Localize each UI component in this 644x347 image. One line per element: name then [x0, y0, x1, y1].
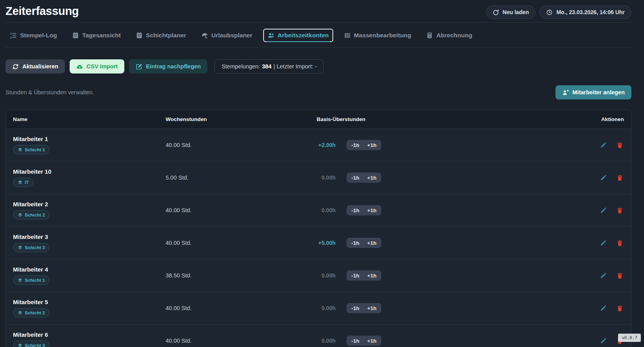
topbar: Zeiterfassung Neu laden Mo., 23.03.2026,… [6, 0, 631, 19]
table-row: Mitarbeiter 5 Schicht 2 40.00 Std. 0.00h… [6, 292, 631, 325]
edit-employee-button[interactable] [599, 337, 607, 345]
overtime-stepper: -1h +1h [347, 140, 381, 150]
plus-1h-button[interactable]: +1h [363, 238, 380, 248]
base-overtime-value: +2.00h [317, 142, 342, 148]
layers-icon [18, 180, 22, 185]
tab-label: Stempel-Log [20, 32, 57, 39]
weekly-hours-value: 40.00 Std. [166, 207, 317, 213]
minus-1h-button[interactable]: -1h [347, 173, 363, 183]
add-entry-button[interactable]: Eintrag nachpflegen [129, 59, 207, 73]
minus-1h-button[interactable]: -1h [347, 270, 363, 281]
overtime-stepper-cell: -1h +1h [342, 140, 397, 150]
status-prefix: Stempelungen: [221, 63, 260, 70]
delete-employee-button[interactable] [616, 141, 624, 149]
plus-1h-button[interactable]: +1h [363, 303, 380, 313]
status-suffix: | Letzter Import: - [273, 63, 317, 70]
employee-cell: Mitarbeiter 5 Schicht 2 [13, 299, 166, 318]
tab-item[interactable]: Tagesansicht [68, 29, 125, 42]
overtime-stepper: -1h +1h [347, 336, 381, 346]
edit-employee-button[interactable] [599, 206, 607, 215]
create-employee-button[interactable]: Mitarbeiter anlegen [555, 85, 631, 99]
refresh-button[interactable]: Aktualisieren [6, 59, 65, 73]
minus-1h-button[interactable]: -1h [347, 238, 363, 248]
tab-item[interactable]: Arbeitszeitkonten [263, 29, 333, 42]
shift-badge-label: IT [25, 180, 29, 185]
csv-import-button[interactable]: CSV Import [70, 59, 124, 73]
plus-1h-button[interactable]: +1h [363, 270, 380, 281]
plus-1h-button[interactable]: +1h [363, 140, 380, 150]
delete-employee-button[interactable] [616, 239, 624, 247]
stamp-count: 384 [262, 63, 271, 70]
csv-import-label: CSV Import [87, 63, 118, 70]
plus-1h-button[interactable]: +1h [363, 205, 380, 215]
employee-name: Mitarbeiter 3 [13, 233, 166, 240]
base-overtime-value: +5.00h [317, 240, 342, 246]
employee-cell: Mitarbeiter 1 Schicht 1 [13, 136, 166, 154]
overtime-stepper: -1h +1h [347, 173, 381, 183]
page-title: Zeiterfassung [6, 5, 79, 18]
minus-1h-button[interactable]: -1h [347, 336, 363, 346]
weekly-hours-value: 5.00 Std. [166, 174, 317, 181]
tab-icon [72, 32, 79, 39]
layers-icon [18, 245, 22, 250]
shift-badge: Schicht 3 [13, 341, 50, 347]
overtime-stepper: -1h +1h [347, 303, 381, 313]
shift-badge-label: Schicht 3 [25, 245, 45, 250]
subheader: Stunden & Überstunden verwalten. Mitarbe… [6, 85, 631, 99]
minus-1h-button[interactable]: -1h [347, 205, 363, 215]
employee-cell: Mitarbeiter 6 Schicht 3 [13, 331, 166, 347]
refresh-arrows-icon [12, 63, 19, 70]
tab-label: Schichtplaner [146, 32, 186, 39]
employee-name: Mitarbeiter 1 [13, 136, 166, 142]
edit-employee-button[interactable] [599, 304, 607, 312]
tab-icon [201, 32, 208, 39]
shift-badge: Schicht 3 [13, 243, 50, 252]
edit-employee-button[interactable] [599, 141, 607, 149]
edit-employee-button[interactable] [599, 174, 607, 182]
shift-badge-label: Schicht 1 [25, 147, 45, 152]
tab-icon: 12 [10, 32, 17, 39]
refresh-label: Aktualisieren [22, 63, 58, 70]
table-row: Mitarbeiter 2 Schicht 2 40.00 Std. 0.00h… [6, 194, 631, 227]
tab-label: Tagesansicht [82, 32, 121, 39]
minus-1h-button[interactable]: -1h [347, 303, 363, 313]
tab-item[interactable]: Abrechnung [422, 29, 476, 42]
edit-employee-button[interactable] [599, 239, 607, 247]
column-header-base-overtime: Basis-Überstunden [317, 116, 397, 122]
shift-badge: Schicht 1 [13, 275, 50, 285]
overtime-stepper-cell: -1h +1h [342, 336, 397, 346]
layers-icon [18, 310, 22, 315]
delete-employee-button[interactable] [616, 304, 624, 312]
weekly-hours-value: 40.00 Std. [166, 305, 317, 311]
employee-name: Mitarbeiter 6 [13, 331, 166, 338]
tab-item[interactable]: Schichtplaner [131, 29, 191, 42]
overtime-stepper: -1h +1h [347, 238, 381, 248]
weekly-hours-value: 40.00 Std. [166, 240, 317, 246]
tab-item[interactable]: Urlaubsplaner [197, 29, 256, 42]
trash-icon [616, 142, 623, 149]
datetime-display: Mo., 23.03.2026, 14:06 Uhr [539, 6, 631, 19]
page: Zeiterfassung Neu laden Mo., 23.03.2026,… [0, 0, 644, 347]
tab-item[interactable]: Massenbearbeitung [340, 29, 416, 42]
layers-icon [18, 213, 22, 217]
reload-button[interactable]: Neu laden [486, 6, 536, 19]
trash-icon [616, 174, 623, 181]
pencil-icon [600, 207, 607, 214]
overtime-stepper-cell: -1h +1h [342, 205, 397, 215]
table-header: Name Wochenstunden Basis-Überstunden Akt… [6, 110, 631, 129]
column-header-actions: Aktionen [586, 116, 624, 122]
table-row: Mitarbeiter 6 Schicht 3 40.00 Std. 0.00h… [6, 325, 631, 347]
stamp-status-display: Stempelungen: 384 | Letzter Import: - [214, 59, 324, 73]
delete-employee-button[interactable] [616, 206, 624, 215]
delete-employee-button[interactable] [616, 174, 624, 182]
delete-employee-button[interactable] [616, 272, 624, 280]
edit-employee-button[interactable] [599, 272, 607, 280]
plus-1h-button[interactable]: +1h [363, 173, 380, 183]
row-actions [586, 141, 624, 149]
pencil-icon [600, 174, 607, 181]
minus-1h-button[interactable]: -1h [347, 140, 363, 150]
layers-icon [18, 343, 22, 347]
tab-item[interactable]: 12 Stempel-Log [6, 29, 61, 42]
shift-badge: Schicht 2 [13, 210, 50, 220]
plus-1h-button[interactable]: +1h [363, 336, 380, 346]
